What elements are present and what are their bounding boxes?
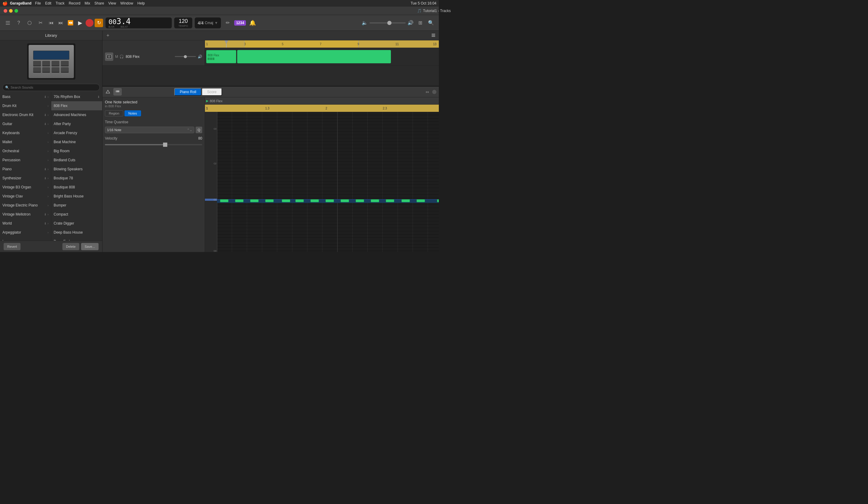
piano-roll-tool-1[interactable] xyxy=(105,88,111,95)
category-item-vintage-ep[interactable]: Vintage Electric Piano › xyxy=(0,201,51,210)
view-controls-button[interactable]: ⊞ xyxy=(416,19,424,27)
track-headphones-button[interactable]: 🎧 xyxy=(119,54,124,59)
time-signature-display[interactable]: 4/4 Cmaj ▼ xyxy=(195,18,221,28)
file-menu[interactable]: File xyxy=(33,1,42,6)
note-block-10[interactable] xyxy=(355,199,364,202)
preset-boutique-78[interactable]: Boutique 78 xyxy=(51,174,102,183)
scissors-button[interactable]: ✂ xyxy=(36,19,45,27)
note-block-6[interactable] xyxy=(296,199,304,202)
velocity-slider-thumb[interactable] xyxy=(163,143,167,147)
category-item-percussion[interactable]: Percussion › xyxy=(0,156,51,165)
share-menu[interactable]: Share xyxy=(93,1,106,6)
bar-display[interactable]: 003.4 BAR BEAT xyxy=(108,18,131,28)
preset-beat-machine[interactable]: Beat Machine xyxy=(51,137,102,146)
note-block-4[interactable] xyxy=(265,199,273,202)
preset-bumper[interactable]: Bumper xyxy=(51,201,102,210)
fast-forward-button[interactable]: ⏭ xyxy=(56,19,65,27)
smart-controls-button[interactable] xyxy=(25,19,34,27)
quantise-q-button[interactable]: Q xyxy=(196,127,202,133)
note-block-7[interactable] xyxy=(310,199,319,202)
record-menu[interactable]: Record xyxy=(67,1,82,6)
track-region-main[interactable] xyxy=(237,50,391,63)
note-block-1[interactable] xyxy=(220,199,228,202)
window-controls[interactable] xyxy=(3,9,18,13)
help-button[interactable]: ? xyxy=(14,19,23,27)
note-block-11[interactable] xyxy=(371,199,379,202)
piano-roll-tool-2[interactable] xyxy=(113,88,122,95)
category-item-vintage-b3[interactable]: Vintage B3 Organ › xyxy=(0,183,51,192)
mix-menu[interactable]: Mix xyxy=(83,1,92,6)
add-track-button[interactable]: ＋ xyxy=(105,32,111,39)
minimize-button[interactable] xyxy=(9,9,13,13)
garageband-menu[interactable]: GarageBand xyxy=(10,1,31,6)
revert-button[interactable]: Revert xyxy=(3,243,21,250)
preset-deep-bass-house[interactable]: Deep Bass House xyxy=(51,228,102,237)
category-item-electronic-drum-kit[interactable]: Electronic Drum Kit ⬇ › xyxy=(0,110,51,119)
track-mute-button[interactable]: M xyxy=(115,54,118,59)
save-button[interactable]: Save... xyxy=(81,243,99,250)
score-tab[interactable]: Score xyxy=(202,88,222,96)
search-input[interactable] xyxy=(11,85,97,89)
category-item-keyboards[interactable]: Keyboards › xyxy=(0,128,51,137)
preset-blowing-speakers[interactable]: Blowing Speakers xyxy=(51,165,102,174)
category-item-synthesizer[interactable]: Synthesizer ⬇ › xyxy=(0,174,51,183)
tempo-display[interactable]: 120 TEMPO xyxy=(174,18,192,28)
note-block-15[interactable] xyxy=(437,199,439,202)
window-menu[interactable]: Window xyxy=(118,1,135,6)
library-search[interactable]: 🔍 xyxy=(2,84,100,91)
category-item-guitar[interactable]: Guitar ⬇ › xyxy=(0,119,51,128)
track-menu[interactable]: Track xyxy=(54,1,66,6)
region-tab[interactable]: Region xyxy=(105,110,123,116)
quantise-select[interactable]: 1/16 Note ⌃⌄ xyxy=(105,127,194,133)
track-pan-button[interactable]: 🔊 xyxy=(198,54,202,59)
note-grid[interactable] xyxy=(217,112,439,252)
master-volume-slider[interactable] xyxy=(370,22,406,23)
close-button[interactable] xyxy=(3,9,7,13)
category-item-world[interactable]: World ⬇ › xyxy=(0,219,51,228)
note-block-5[interactable] xyxy=(282,199,290,202)
record-button[interactable] xyxy=(85,19,93,27)
category-item-bass[interactable]: Bass ⬇ › xyxy=(0,92,51,101)
preset-boutique-808[interactable]: Boutique 808 xyxy=(51,183,102,192)
preset-deep-end[interactable]: Deep End xyxy=(51,237,102,240)
master-volume-control[interactable]: 🔈 🔊 xyxy=(362,20,413,25)
note-block-12[interactable] xyxy=(386,199,394,202)
note-block-8[interactable] xyxy=(326,199,334,202)
category-item-piano[interactable]: Piano ⬇ › xyxy=(0,165,51,174)
preset-70s-rhythm[interactable]: 70s Rhythm Box ⬇ xyxy=(51,92,102,101)
category-item-mallet[interactable]: Mallet › xyxy=(0,137,51,146)
piano-roll-expand-button[interactable]: ⇔ xyxy=(425,89,430,95)
pointer-tool-button[interactable]: ✏ xyxy=(223,19,232,27)
tuner-button[interactable]: 🔔 xyxy=(248,19,257,27)
help-menu[interactable]: Help xyxy=(136,1,147,6)
track-content-808[interactable]: 808 Flex xyxy=(205,48,439,65)
note-block-13[interactable] xyxy=(402,199,410,202)
preset-compact[interactable]: Compact xyxy=(51,210,102,219)
track-region-selected[interactable]: 808 Flex xyxy=(206,50,236,63)
category-item-legacy[interactable]: Legacy › xyxy=(0,237,51,240)
preset-bright-bass-house[interactable]: Bright Bass House xyxy=(51,192,102,201)
piano-roll-tab[interactable]: Piano Roll xyxy=(174,88,202,96)
view-menu[interactable]: View xyxy=(106,1,118,6)
note-block-14[interactable] xyxy=(416,199,425,202)
category-item-arpeggiator[interactable]: Arpeggiator › xyxy=(0,228,51,237)
category-item-vintage-mellotron[interactable]: Vintage Mellotron ⬇ › xyxy=(0,210,51,219)
rewind-button[interactable]: ⏮ xyxy=(47,19,55,27)
category-item-orchestral[interactable]: Orchestral › xyxy=(0,146,51,156)
preset-birdland-cuts[interactable]: Birdland Cuts xyxy=(51,156,102,165)
preset-crate-digger[interactable]: Crate Digger xyxy=(51,219,102,228)
preset-after-party[interactable]: After Party xyxy=(51,119,102,128)
play-button[interactable]: ▶ xyxy=(76,19,84,27)
preset-808-flex[interactable]: 808 Flex xyxy=(51,101,102,110)
preset-big-room[interactable]: Big Room xyxy=(51,146,102,156)
note-block-9[interactable] xyxy=(341,199,349,202)
go-to-beginning-button[interactable]: ⏪ xyxy=(66,19,75,27)
time-quantise-control[interactable]: 1/16 Note ⌃⌄ Q xyxy=(105,127,202,133)
notes-tab[interactable]: Notes xyxy=(124,110,141,116)
search-button[interactable]: 🔍 xyxy=(427,19,435,27)
timeline-ruler[interactable]: 1 3 5 7 9 11 13 15 xyxy=(205,40,439,48)
edit-menu[interactable]: Edit xyxy=(43,1,53,6)
zoom-button[interactable] xyxy=(14,9,18,13)
category-item-drum-kit[interactable]: Drum Kit › xyxy=(0,101,51,110)
category-item-vintage-clav[interactable]: Vintage Clav › xyxy=(0,192,51,201)
